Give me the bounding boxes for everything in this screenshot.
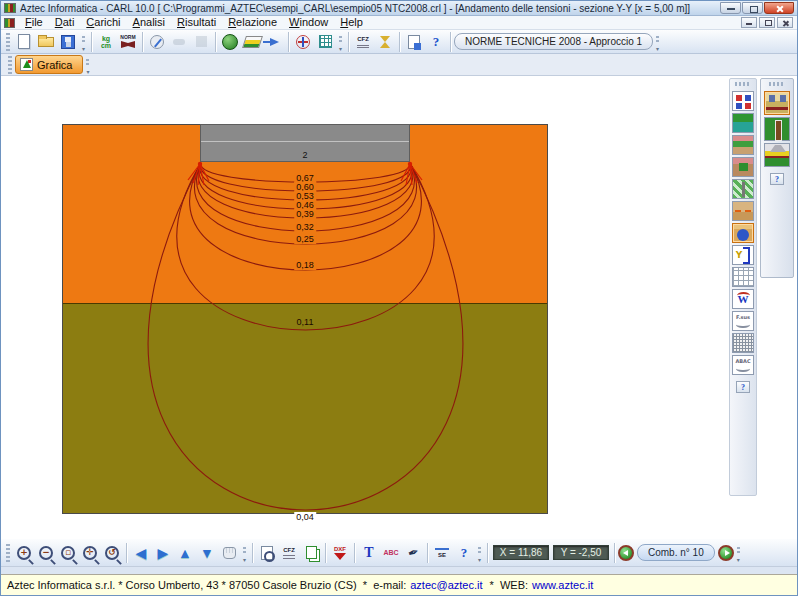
footings-model-icon[interactable] [764,91,790,115]
restore-button[interactable] [742,2,763,14]
menu-item-risultati[interactable]: Risultati [171,16,222,29]
soil-profile-icon[interactable] [732,113,754,133]
toolbar-overflow[interactable] [653,32,662,52]
export-report-button[interactable] [403,31,425,53]
toolbar-overflow[interactable] [240,543,249,563]
separator [252,543,253,563]
pan-down-button[interactable]: ▼ [196,542,218,564]
pan-hand-button[interactable] [218,542,240,564]
grid-settings-button[interactable] [314,31,336,53]
lower-soil-layer [63,303,547,513]
zoom-in-button[interactable]: + [13,542,35,564]
zoom-extents-button[interactable]: ✛ [79,542,101,564]
palette-help-button[interactable]: ? [770,173,784,185]
hourglass-icon [379,35,391,49]
zoom-out-button[interactable]: − [35,542,57,564]
menu-item-help[interactable]: Help [334,16,369,29]
help-button[interactable]: ? [425,31,447,53]
palette-grip[interactable] [769,82,785,86]
norme-dropdown[interactable]: NORME TECNICHE 2008 - Approccio 1 [454,33,653,50]
toolbar-overflow[interactable] [475,543,484,563]
annotate-button[interactable]: ✒ [402,542,424,564]
drawing-canvas[interactable]: 2 0,670,600,530,460,390,320,250,180,110,… [1,76,723,538]
help-button-bottom[interactable]: ? [453,542,475,564]
dxf-export-button[interactable]: DXF [329,542,351,564]
matrix-table-icon[interactable] [732,333,754,353]
arrow-up-icon: ▲ [178,546,192,560]
vertical-section-icon[interactable] [764,117,790,141]
menu-item-window[interactable]: Window [283,16,334,29]
menu-item-relazione[interactable]: Relazione [222,16,283,29]
results-table-icon[interactable] [732,267,754,287]
measure-tool-button[interactable] [146,31,168,53]
menu-item-carichi[interactable]: Carichi [80,16,126,29]
print-preview-button[interactable] [256,542,278,564]
zoom-window-button[interactable]: ▫ [57,542,79,564]
globe-view-button[interactable] [219,31,241,53]
cfz-edit-button[interactable]: CFZ [278,542,300,564]
rotate-view-button[interactable] [292,31,314,53]
menu-item-analisi[interactable]: Analisi [127,16,171,29]
new-document-button[interactable] [13,31,35,53]
toolbar-overflow[interactable] [79,32,88,52]
open-file-button[interactable] [35,31,57,53]
color-legend-icon[interactable] [732,91,754,111]
minimize-button[interactable] [720,2,741,14]
fsus-curve-icon[interactable]: F.sus [732,311,754,331]
pressure-bulb-icon[interactable] [732,223,754,243]
toolbar-overflow[interactable] [336,32,345,52]
prev-combination-button[interactable] [618,545,634,561]
pile-drill-icon[interactable] [732,179,754,199]
toolbar-grip[interactable] [6,544,10,562]
section-arrow-button[interactable] [263,31,285,53]
tab-grafica[interactable]: Grafica [15,55,83,74]
toolbar-overflow[interactable] [734,543,743,563]
save-button[interactable] [57,31,79,53]
tab-overflow[interactable] [83,55,92,75]
main-toolbar: kg cm NORM CFZ ? NORME TECNICHE 2008 - A… [1,30,797,54]
child-close-button[interactable] [777,17,793,28]
word-export-icon[interactable]: W [732,289,754,309]
abac-chart-icon[interactable]: ABAC [732,355,754,375]
globe-icon [222,34,238,50]
status-bar: Aztec Informatica s.r.l. * Corso Umberto… [1,574,797,595]
close-button[interactable] [764,2,794,14]
analysis-run-button[interactable] [374,31,396,53]
pan-up-button[interactable]: ▲ [174,542,196,564]
child-minimize-button[interactable] [741,17,757,28]
foundation-excavation-icon[interactable] [732,157,754,177]
section-palette: ? [760,78,794,278]
child-restore-button[interactable] [759,17,775,28]
load-diagram-icon[interactable] [732,201,754,221]
pan-right-button[interactable]: ▶ [152,542,174,564]
pill-icon [173,39,185,45]
child-window-icon[interactable] [4,18,15,28]
record-button-disabled [168,31,190,53]
footing-load-label: 2 [302,150,307,160]
status-email-link[interactable]: aztec@aztec.it [410,579,482,591]
norm-button[interactable]: NORM [117,31,139,53]
section-y-icon[interactable]: Y [732,245,754,265]
label-tool-button[interactable]: ABC [380,542,402,564]
next-combination-button[interactable] [718,545,734,561]
unit-top: kg [102,35,110,42]
stratigraphy-icon[interactable] [732,135,754,155]
menu-item-file[interactable]: File [19,16,49,29]
strip-grip[interactable] [735,82,751,86]
zoom-previous-button[interactable]: ↺ [101,542,123,564]
combination-selector[interactable]: Comb. n° 10 [637,544,715,561]
strip-help-button[interactable]: ? [736,381,750,393]
tab-grip[interactable] [8,56,12,74]
embankment-icon[interactable] [764,143,790,167]
layers-button[interactable] [241,31,263,53]
pan-left-button[interactable]: ◀ [130,542,152,564]
status-web-link[interactable]: www.aztec.it [532,579,593,591]
status-company-text: Aztec Informatica s.r.l. * Corso Umberto… [7,579,406,591]
toolbar-grip[interactable] [6,33,10,51]
units-button[interactable]: kg cm [95,31,117,53]
cfz-button[interactable]: CFZ [352,31,374,53]
text-tool-button[interactable]: T [358,542,380,564]
menu-item-dati[interactable]: Dati [49,16,81,29]
measure-section-button[interactable]: SE [431,542,453,564]
copy-view-button[interactable] [300,542,322,564]
